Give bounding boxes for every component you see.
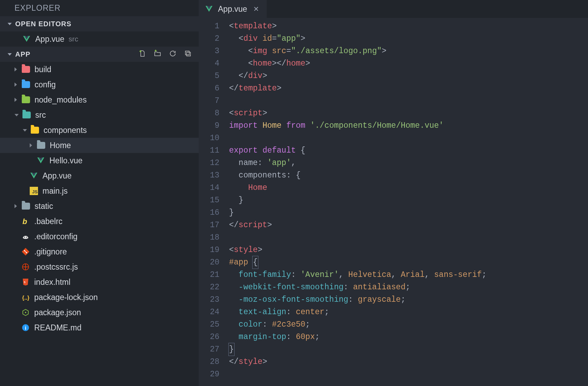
line-number: 26 <box>210 331 219 343</box>
editorconfig-icon <box>21 232 30 241</box>
code-line[interactable]: components: { <box>229 169 588 182</box>
folder-icon <box>22 111 31 119</box>
code-line[interactable]: color: #2c3e50; <box>229 318 588 331</box>
code-line[interactable]: } <box>229 343 588 356</box>
code-line[interactable]: -webkit-font-smoothing: antialiased; <box>229 281 588 293</box>
folder-icon <box>37 141 46 149</box>
line-number: 15 <box>210 194 219 206</box>
js-icon: JS <box>29 187 38 195</box>
code-line[interactable]: #app { <box>229 256 588 269</box>
project-section-header[interactable]: APP <box>0 47 199 62</box>
line-number: 6 <box>210 82 219 95</box>
tree-item-label: package-lock.json <box>34 293 98 302</box>
file-tree: buildconfignode_modulessrccomponentsHome… <box>0 62 199 335</box>
code-line[interactable]: <template> <box>229 20 588 32</box>
file-item[interactable]: b.babelrc <box>0 214 199 229</box>
code-line[interactable]: </div> <box>229 70 588 82</box>
git-icon <box>21 248 30 256</box>
chevron-down-icon <box>8 23 12 25</box>
code-line[interactable]: <div id="app"> <box>229 32 588 45</box>
line-number: 27 <box>210 343 219 356</box>
tab-app-vue[interactable]: App.vue ✕ <box>199 0 267 18</box>
vue-icon <box>205 5 213 13</box>
tree-item-label: index.html <box>34 278 70 287</box>
info-icon: i <box>21 324 30 332</box>
code-line[interactable]: } <box>229 206 588 219</box>
tree-item-label: Home <box>50 141 71 150</box>
code-line[interactable]: -moz-osx-font-smoothing: grayscale; <box>229 293 588 306</box>
vue-icon <box>22 35 31 43</box>
tree-item-label: .gitignore <box>34 247 67 257</box>
folder-item[interactable]: node_modules <box>0 92 199 107</box>
folder-item[interactable]: src <box>0 107 199 123</box>
code-line[interactable]: margin-top: 60px; <box>229 331 588 343</box>
code-editor[interactable]: 1234567891011121314151617181920212223242… <box>199 18 588 380</box>
file-item[interactable]: .postcssrc.js <box>0 259 199 274</box>
code-content[interactable]: <template> <div id="app"> <img src="./as… <box>229 20 588 380</box>
tree-item-label: package.json <box>34 308 81 317</box>
explorer-sidebar: EXPLORER OPEN EDITORS App.vue src APP bu… <box>0 0 199 386</box>
line-number: 7 <box>210 95 219 107</box>
code-line[interactable]: </script> <box>229 219 588 231</box>
file-item[interactable]: App.vue <box>0 168 199 183</box>
code-line[interactable]: font-family: 'Avenir', Helvetica, Arial,… <box>229 269 588 281</box>
code-line[interactable]: export default { <box>229 144 588 157</box>
line-number: 14 <box>210 182 219 194</box>
line-number: 5 <box>210 70 219 82</box>
line-number: 13 <box>210 169 219 182</box>
tab-bar: App.vue ✕ <box>199 0 588 18</box>
file-item[interactable]: package.json <box>0 305 199 320</box>
line-number: 18 <box>210 231 219 244</box>
folder-item[interactable]: build <box>0 62 199 77</box>
open-editor-item[interactable]: App.vue src <box>0 31 199 47</box>
folder-item[interactable]: components <box>0 123 199 138</box>
chevron-right-icon <box>15 67 17 71</box>
postcss-icon <box>21 263 30 271</box>
code-line[interactable]: <home></home> <box>229 57 588 70</box>
chevron-down-icon <box>8 53 12 56</box>
tab-filename: App.vue <box>218 4 247 14</box>
file-item[interactable]: iREADME.md <box>0 320 199 335</box>
refresh-icon[interactable] <box>169 50 177 59</box>
code-line[interactable]: </style> <box>229 356 588 368</box>
new-file-icon[interactable] <box>139 50 146 59</box>
code-line[interactable]: <style> <box>229 244 588 256</box>
code-line[interactable]: name: 'app', <box>229 157 588 169</box>
open-editors-label: OPEN EDITORS <box>15 20 72 28</box>
file-item[interactable]: .editorconfig <box>0 229 199 244</box>
file-item[interactable]: .gitignore <box>0 244 199 259</box>
line-number: 4 <box>210 57 219 70</box>
folder-item[interactable]: Home <box>0 138 199 153</box>
line-number: 29 <box>210 368 219 380</box>
folder-item[interactable]: config <box>0 77 199 92</box>
code-line[interactable] <box>229 132 588 144</box>
code-line[interactable]: <script> <box>229 107 588 119</box>
file-item[interactable]: 5index.html <box>0 274 199 290</box>
line-number: 11 <box>210 144 219 157</box>
file-item[interactable]: Hello.vue <box>0 153 199 168</box>
code-line[interactable] <box>229 368 588 380</box>
code-line[interactable]: import Home from './components/Home/Home… <box>229 119 588 132</box>
svg-text:i: i <box>25 325 26 331</box>
file-item[interactable]: JSmain.js <box>0 183 199 199</box>
code-line[interactable]: </template> <box>229 82 588 95</box>
collapse-all-icon[interactable] <box>184 50 192 59</box>
line-number: 10 <box>210 132 219 144</box>
open-editors-section-header[interactable]: OPEN EDITORS <box>0 16 199 31</box>
code-line[interactable]: Home <box>229 182 588 194</box>
tree-item-label: .postcssrc.js <box>34 262 78 272</box>
json-icon: {..} <box>21 293 30 301</box>
code-line[interactable] <box>229 95 588 107</box>
line-number: 3 <box>210 45 219 57</box>
line-number: 28 <box>210 356 219 368</box>
code-line[interactable]: } <box>229 194 588 206</box>
code-line[interactable]: <img src="./assets/logo.png"> <box>229 45 588 57</box>
folder-item[interactable]: static <box>0 199 199 214</box>
close-icon[interactable]: ✕ <box>252 5 260 13</box>
svg-text:JS: JS <box>32 189 38 194</box>
code-line[interactable]: text-align: center; <box>229 306 588 318</box>
file-item[interactable]: {..}package-lock.json <box>0 290 199 305</box>
code-line[interactable] <box>229 231 588 244</box>
new-folder-icon[interactable] <box>154 50 161 59</box>
tree-item-label: .editorconfig <box>34 232 77 241</box>
